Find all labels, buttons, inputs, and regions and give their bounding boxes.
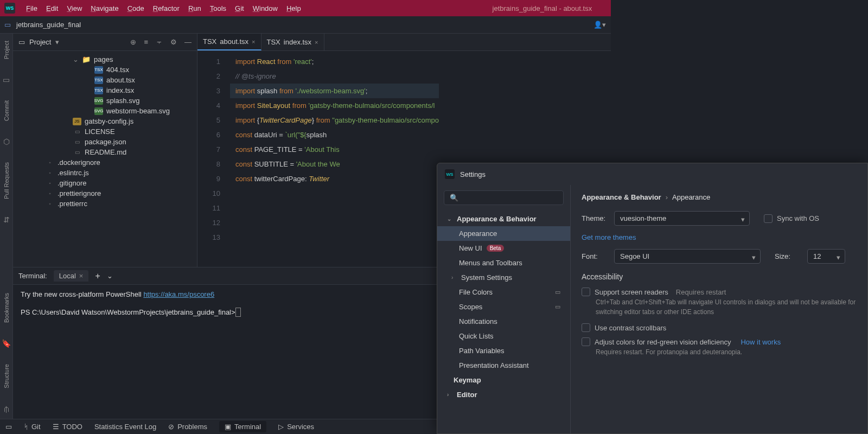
menu-file[interactable]: File	[22, 2, 42, 15]
tool-commit[interactable]: Commit	[3, 98, 10, 124]
menu-git[interactable]: Git	[231, 2, 248, 15]
tool-project[interactable]: Project	[3, 38, 10, 62]
sync-os-checkbox[interactable]	[764, 214, 773, 223]
nav-editor[interactable]: ›Editor	[437, 387, 570, 402]
nav-appearance[interactable]: Appearance	[437, 226, 570, 241]
nav-menus[interactable]: Menus and Toolbars	[437, 256, 570, 270]
tree-node[interactable]: ◦.gitignore	[13, 178, 197, 188]
nav-system-settings[interactable]: ›System Settings	[437, 270, 570, 285]
tree-node[interactable]: ◦.dockerignore	[13, 157, 197, 168]
menu-tools[interactable]: Tools	[206, 2, 231, 15]
file-icon: ◦	[46, 159, 54, 167]
tree-node[interactable]: ◦.prettierrc	[13, 199, 197, 209]
menu-refactor[interactable]: Refactor	[149, 2, 184, 15]
tree-node[interactable]: ◦.eslintrc.js	[13, 168, 197, 178]
project-icon[interactable]: ▭	[3, 75, 10, 84]
colorblind-checkbox[interactable]	[582, 337, 590, 346]
tree-node[interactable]: ▭LICENSE	[13, 126, 197, 137]
contrast-scrollbars-checkbox[interactable]	[582, 323, 590, 332]
status-terminal[interactable]: ▣Terminal	[219, 421, 266, 432]
tree-node[interactable]: JSgatsby-config.js	[13, 116, 197, 126]
project-breadcrumb[interactable]: jetbrains_guide_final	[16, 21, 81, 29]
chevron-down-icon[interactable]: ⌄	[107, 272, 113, 280]
users-icon[interactable]: 👤▾	[593, 21, 606, 29]
colorblind-hint: Requires restart. For protanopia and deu…	[596, 347, 857, 357]
settings-nav: 🔍 ⌄Appearance & Behavior Appearance New …	[437, 185, 571, 433]
tree-node[interactable]: SVGsplash.svg	[13, 95, 197, 106]
close-icon[interactable]: ×	[252, 39, 255, 45]
file-icon: ◦	[46, 169, 54, 177]
nav-quick-lists[interactable]: Quick Lists	[437, 329, 570, 343]
close-icon[interactable]: ×	[79, 272, 84, 280]
menu-window[interactable]: Window	[248, 2, 282, 15]
status-services[interactable]: ▷Services	[278, 423, 314, 431]
tree-folder[interactable]: ⌄ 📁 pages	[13, 54, 197, 65]
close-icon[interactable]: ×	[315, 39, 318, 46]
project-view-label[interactable]: Project	[29, 38, 51, 46]
app-logo: WS	[445, 169, 455, 179]
nav-notifications[interactable]: Notifications	[437, 314, 570, 329]
theme-value: vuesion-theme	[620, 214, 666, 222]
nav-path-variables[interactable]: Path Variables	[437, 343, 570, 358]
nav-file-colors[interactable]: File Colors▭	[437, 285, 570, 299]
nav-appearance-behavior[interactable]: ⌄Appearance & Behavior	[437, 212, 570, 226]
tree-node[interactable]: SVGwebstorm-beam.svg	[13, 106, 197, 116]
more-themes-link[interactable]: Get more themes	[582, 233, 636, 241]
status-widgets-icon[interactable]: ▭	[5, 423, 12, 431]
pr-icon[interactable]: ⇵	[3, 215, 10, 224]
nav-presentation[interactable]: Presentation Assistant	[437, 358, 570, 373]
select-opened-icon[interactable]: ⊕	[130, 38, 136, 46]
editor-tab[interactable]: TSXindex.tsx×	[261, 34, 324, 50]
terminal-prompt: PS C:\Users\David Watson\WebstormProject…	[21, 308, 235, 316]
terminal-tab-local[interactable]: Local ×	[54, 270, 89, 282]
tree-node[interactable]: ▭README.md	[13, 147, 197, 157]
gear-icon[interactable]: ⚙	[170, 38, 177, 46]
editor-tab[interactable]: TSXabout.tsx×	[197, 34, 261, 50]
collapse-icon[interactable]: ⫟	[156, 38, 163, 46]
menu-navigate[interactable]: Navigate	[86, 2, 123, 15]
file-icon: JS	[73, 118, 81, 125]
status-stats[interactable]: Statistics Event Log	[94, 423, 156, 431]
bookmark-icon[interactable]: 🔖	[2, 339, 11, 348]
commit-icon[interactable]: ⬡	[3, 137, 10, 146]
terminal-tab-label: Local	[59, 272, 76, 280]
tree-node[interactable]: ◦.prettierignore	[13, 188, 197, 199]
structure-icon[interactable]: ⫛	[3, 405, 10, 413]
expand-icon[interactable]: ≡	[144, 38, 148, 46]
hide-icon[interactable]: —	[184, 38, 192, 46]
nav-new-ui[interactable]: New UIBeta	[437, 241, 570, 256]
colorblind-label: Adjust colors for red-green vision defic…	[595, 338, 731, 346]
menu-code[interactable]: Code	[123, 2, 149, 15]
tool-bookmarks[interactable]: Bookmarks	[3, 290, 10, 326]
file-icon: TSX	[94, 76, 103, 84]
status-todo[interactable]: ☰TODO	[53, 423, 82, 431]
tool-structure[interactable]: Structure	[3, 361, 10, 391]
size-select[interactable]: 12 ▾	[807, 249, 845, 264]
settings-search-input[interactable]: 🔍	[444, 190, 564, 205]
accessibility-heading: Accessibility	[582, 272, 857, 281]
chevron-down-icon[interactable]: ▾	[55, 38, 59, 46]
tree-node[interactable]: ▭package.json	[13, 137, 197, 147]
tree-node[interactable]: TSX404.tsx	[13, 65, 197, 75]
nav-scopes[interactable]: Scopes▭	[437, 299, 570, 314]
tool-pull-requests[interactable]: Pull Requests	[3, 159, 10, 202]
tree-node[interactable]: TSXabout.tsx	[13, 75, 197, 85]
font-select[interactable]: Segoe UI ▾	[614, 249, 761, 264]
add-terminal-icon[interactable]: +	[95, 271, 100, 281]
terminal-link[interactable]: https://aka.ms/pscore6	[143, 290, 214, 298]
chevron-down-icon: ▾	[752, 253, 756, 261]
how-it-works-link[interactable]: How it works	[741, 338, 781, 346]
screen-readers-checkbox[interactable]	[582, 288, 590, 296]
sync-os-label: Sync with OS	[777, 214, 819, 222]
tree-node[interactable]: TSXindex.tsx	[13, 85, 197, 95]
file-icon: TSX	[94, 66, 103, 74]
menu-edit[interactable]: Edit	[42, 2, 62, 15]
status-problems[interactable]: ⊘Problems	[168, 423, 207, 431]
menu-run[interactable]: Run	[184, 2, 206, 15]
tab-navigation-hint: Ctrl+Tab and Ctrl+Shift+Tab will navigat…	[596, 297, 857, 317]
nav-keymap[interactable]: Keymap	[437, 373, 570, 387]
status-git[interactable]: ᛋGit	[24, 423, 41, 431]
theme-select[interactable]: vuesion-theme ▾	[614, 211, 750, 226]
menu-help[interactable]: Help	[282, 2, 305, 15]
menu-view[interactable]: View	[62, 2, 86, 15]
